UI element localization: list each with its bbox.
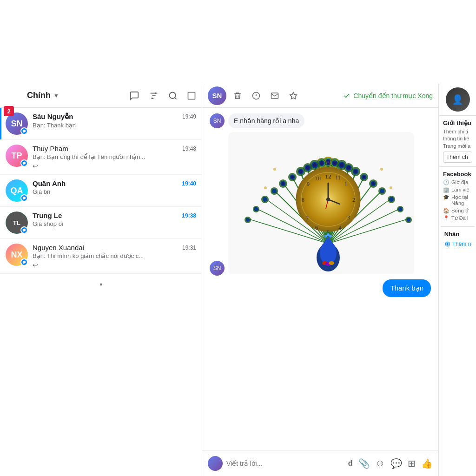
lam-viec-text: Làm viê [451, 187, 469, 192]
currency-icon[interactable]: đ [348, 459, 353, 468]
svg-text:12: 12 [325, 173, 331, 180]
right-panel: 👤 Giới thiệu Thêm chi ti thông tin liê T… [439, 84, 476, 476]
received-img-avatar: SN [210, 261, 225, 276]
svg-point-92 [254, 207, 258, 212]
chat-reply-input[interactable] [226, 460, 344, 467]
svg-point-65 [354, 170, 357, 173]
svg-point-126 [329, 261, 334, 265]
svg-text:1: 1 [344, 180, 347, 187]
trung-le-avatar-wrap: TL [6, 212, 28, 234]
quan-anh-messenger-badge [20, 194, 28, 202]
svg-point-127 [273, 168, 276, 171]
svg-point-130 [390, 186, 392, 189]
template-icon[interactable]: ⊞ [408, 458, 416, 469]
inbox-header-icons [129, 91, 196, 101]
dropdown-arrow-icon[interactable]: ▼ [53, 93, 59, 99]
intro-text: Thêm chi ti thông tin liê Trang mới a [443, 128, 472, 150]
nguyen-xuandai-content: Nguyen Xuandai 19:31 Bạn: Thì mình ko gi… [33, 244, 196, 269]
nguyen-xuandai-preview: Bạn: Thì mình ko giảm chắc nói được c... [33, 252, 163, 259]
hoc-tai-text: Học tại Nắng [451, 194, 472, 206]
svg-point-121 [324, 235, 327, 238]
sau-nguyen-preview: Bạn: Thank bạn [33, 122, 163, 129]
intro-title: Giới thiệu [443, 119, 472, 126]
svg-text:6: 6 [315, 225, 318, 231]
quan-anh-item[interactable]: QA Quân Anh 19:40 Giá bn [0, 175, 202, 207]
song-o-row: 🏠 Sống ở [443, 208, 472, 214]
svg-point-123 [329, 235, 332, 238]
svg-point-3 [152, 97, 153, 99]
emoji-icon[interactable]: ☺ [376, 458, 385, 469]
input-icons: đ 📎 ☺ 💬 ⊞ 👍 [348, 458, 433, 469]
right-panel-contact-avatar: 👤 [446, 87, 470, 112]
sticker-icon[interactable]: 💬 [390, 458, 402, 469]
thuy-pham-item[interactable]: TP Thuy Pham 19:48 Bạn: Bạn ưng thì để l… [0, 140, 202, 175]
inbox-panel: Chính ▼ [0, 84, 202, 476]
svg-point-4 [155, 92, 157, 94]
svg-point-59 [347, 166, 350, 170]
chat-sender-avatar: SN [208, 86, 226, 105]
clock-info-icon: 🕐 [443, 179, 450, 185]
warning-toolbar-icon[interactable] [249, 88, 264, 103]
svg-line-6 [175, 97, 177, 99]
like-icon[interactable]: 👍 [421, 458, 433, 469]
delete-toolbar-icon[interactable] [230, 88, 245, 103]
compose-icon[interactable] [187, 91, 196, 100]
label-section: Nhãn ⊕ Thêm n [441, 226, 475, 252]
svg-rect-7 [188, 92, 195, 99]
chat-toolbar: SN [202, 84, 438, 108]
label-title: Nhãn [444, 231, 471, 238]
star-toolbar-icon[interactable] [286, 88, 301, 103]
mark-done-button[interactable]: Chuyển đến thư mục Xong [343, 92, 433, 99]
quan-anh-time: 19:40 [182, 180, 196, 187]
trung-le-item[interactable]: TL Trung Le 19:38 Giá shop oi [0, 207, 202, 239]
plus-icon: ⊕ [444, 239, 450, 248]
reply-icon: ↩ [33, 162, 196, 170]
search-icon[interactable] [168, 91, 178, 100]
sau-nguyen-item[interactable]: SN Sáu Nguyễn 19:49 Bạn: Thank bạn [0, 108, 202, 140]
thuy-pham-time: 19:48 [182, 145, 196, 152]
nguyen-xuandai-item[interactable]: NX Nguyen Xuandai 19:31 Bạn: Thì mình ko… [0, 239, 202, 274]
scroll-up-indicator[interactable]: ∧ [0, 274, 202, 295]
tu-da-text: Từ Đà l [451, 215, 468, 221]
thuy-pham-preview: Bạn: Bạn ưng thì để lại Tên người nhận..… [33, 153, 163, 160]
new-message-icon[interactable] [129, 91, 139, 101]
nguyen-xuandai-messenger-badge [20, 258, 28, 266]
attachment-icon[interactable]: 📎 [358, 458, 370, 469]
peacock-clock-image: 12 1 2 3 4 5 6 7 8 9 10 11 [228, 132, 414, 276]
from-info-icon: 📍 [443, 215, 450, 221]
svg-point-38 [327, 161, 329, 163]
received-msg-avatar: SN [210, 113, 225, 128]
svg-text:4: 4 [338, 225, 341, 231]
trung-le-name: Trung Le [33, 212, 62, 219]
quan-anh-content: Quân Anh 19:40 Giá bn [33, 179, 196, 195]
add-label-text: Thêm n [452, 241, 471, 247]
chat-messages: SN E nhận hàng rồi a nha SN [202, 108, 438, 450]
sent-message-bubble: Thank bạn [383, 279, 431, 297]
svg-text:3: 3 [347, 214, 350, 221]
messenger-badge [20, 127, 28, 135]
quan-anh-preview: Giá bn [33, 188, 163, 195]
inbox-header: Chính ▼ [0, 84, 202, 108]
svg-text:11: 11 [335, 174, 341, 181]
notification-badge: 2 [4, 106, 14, 116]
svg-point-48 [320, 161, 324, 165]
svg-text:9: 9 [307, 181, 310, 187]
svg-point-68 [299, 170, 303, 173]
add-label-button[interactable]: ⊕ Thêm n [444, 239, 471, 248]
mark-done-label: Chuyển đến thư mục Xong [353, 92, 433, 99]
svg-text:2: 2 [352, 197, 355, 203]
svg-point-53 [340, 163, 344, 167]
sau-nguyen-time: 19:49 [182, 113, 196, 120]
received-message-text: E nhận hàng rồi a nha [228, 113, 304, 128]
inbox-title-text: Chính [27, 91, 51, 100]
mail-toolbar-icon[interactable] [267, 88, 282, 103]
svg-point-128 [380, 168, 383, 171]
svg-point-129 [264, 186, 267, 189]
chat-input-user-avatar [208, 456, 223, 471]
trung-le-messenger-badge [20, 226, 28, 234]
them-chi-button[interactable]: Thêm ch [443, 152, 472, 163]
nguyen-xuandai-name: Nguyen Xuandai [33, 244, 84, 251]
svg-point-82 [380, 189, 384, 193]
filter-icon[interactable] [149, 91, 159, 101]
received-message-bubble: SN E nhận hàng rồi a nha [210, 113, 304, 128]
